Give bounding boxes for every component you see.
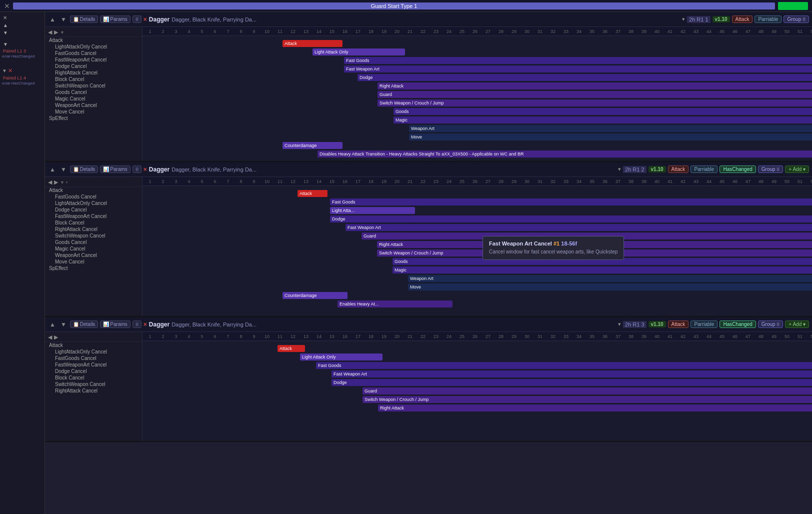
panel2-params-btn[interactable]: 📊 Params xyxy=(100,166,130,173)
panel3-close-btn[interactable]: × xyxy=(144,321,147,328)
panel3-group-btn[interactable]: Group ⁞⁞ xyxy=(758,320,784,328)
track-bar-3[interactable]: Dodge xyxy=(330,216,812,222)
track-bar-10[interactable]: Weapon Art xyxy=(409,125,812,132)
track-bar-2[interactable]: Fast Goods xyxy=(316,362,812,369)
track-bar-7[interactable]: Right Attack xyxy=(378,404,812,412)
sidebar-close-2[interactable]: ✕ xyxy=(8,68,12,74)
tree-item-4[interactable]: Dodge Cancel xyxy=(45,368,142,374)
track-bar-1[interactable]: Fast Goods xyxy=(330,198,812,206)
panel3-tracks[interactable]: AttackLight Attack OnlyFast GoodsFast We… xyxy=(142,341,812,441)
tree-item-0[interactable]: Attack xyxy=(45,187,142,194)
panel2-grid-btn[interactable]: ⁞⁞ xyxy=(132,166,142,173)
panel3-add-btn[interactable]: + Add ▾ xyxy=(785,320,809,328)
track-bar-12[interactable]: Counterdamage xyxy=(282,292,348,299)
panel2-desc-dropdown[interactable]: ▾ xyxy=(618,166,621,172)
tree-item-8[interactable]: Goods Cancel xyxy=(45,239,142,246)
tree-item-2[interactable]: FastGoods Cancel xyxy=(45,355,142,362)
tree-nav-left-2[interactable]: ◀ xyxy=(48,179,52,186)
tree-item-7[interactable]: SwitchWeapon Cancel xyxy=(45,232,142,239)
tree-item-6[interactable]: SwitchWeapon Cancel xyxy=(45,381,142,388)
sidebar-close[interactable]: ✕ xyxy=(0,14,44,22)
track-bar-13[interactable]: Enables Heavy At... xyxy=(338,300,452,308)
tree-item-8[interactable]: Goods Cancel xyxy=(45,89,142,96)
panel2-attack-btn[interactable]: Attack xyxy=(668,166,689,173)
track-bar-0[interactable]: Attack xyxy=(282,40,342,47)
tree-item-0[interactable]: Attack xyxy=(45,342,142,348)
track-bar-1[interactable]: Light Attack Only xyxy=(312,48,405,56)
menu-icon[interactable]: ✕ xyxy=(4,2,10,10)
panel2-tracks[interactable]: Fast Weapon Art Cancel #1 18-56f Cancel … xyxy=(142,186,812,316)
panel1-details-btn[interactable]: 📋 Details xyxy=(70,16,98,23)
panel2-nav-up[interactable]: ▲ xyxy=(48,166,57,174)
tree-nav-right-3[interactable]: ▶ xyxy=(54,334,58,340)
tree-nav-right[interactable]: ▶ xyxy=(54,29,58,36)
track-bar-6[interactable]: Switch Weapon / Crouch / Jump xyxy=(362,396,812,403)
panel2-haschanged-btn[interactable]: HasChanged xyxy=(720,166,756,173)
panel3-params-btn[interactable]: 📊 Params xyxy=(100,320,130,328)
tree-nav-left[interactable]: ◀ xyxy=(48,29,52,36)
track-bar-12[interactable]: Counterdamage xyxy=(282,142,342,149)
panel1-desc-dropdown[interactable]: ▾ xyxy=(682,16,685,22)
track-bar-5[interactable]: Guard xyxy=(362,388,812,394)
track-bar-3[interactable]: Fast Weapon Art xyxy=(344,66,812,72)
tree-item-5[interactable]: Block Cancel xyxy=(45,220,142,226)
tree-item-3[interactable]: FastWeaponArt Cancel xyxy=(45,362,142,368)
tree-item-2[interactable]: FastGoods Cancel xyxy=(45,50,142,56)
tree-item-3[interactable]: FastWeaponArt Cancel xyxy=(45,56,142,63)
tree-item-10[interactable]: WeaponArt Cancel xyxy=(45,102,142,108)
panel1-grid-btn[interactable]: ⁞⁞ xyxy=(132,16,142,23)
panel1-nav-up[interactable]: ▲ xyxy=(48,16,57,24)
tree-item-12[interactable]: SpEffect xyxy=(45,265,142,272)
tree-item-9[interactable]: Magic Cancel xyxy=(45,96,142,102)
tree-item-5[interactable]: RightAttack Cancel xyxy=(45,70,142,76)
panel2-group-btn[interactable]: Group ⁞⁞ xyxy=(758,166,784,173)
track-bar-3[interactable]: Fast Weapon Art xyxy=(332,370,812,378)
panel1-tracks[interactable]: AttackLight Attack OnlyFast GoodsFast We… xyxy=(142,36,812,161)
tree-item-1[interactable]: FastGoods Cancel xyxy=(45,194,142,200)
track-bar-0[interactable]: Attack xyxy=(298,190,328,197)
track-bar-1[interactable]: Light Attack Only xyxy=(300,354,382,360)
panel2-add-btn[interactable]: + Add ▾ xyxy=(785,166,809,173)
panel3-haschanged-btn[interactable]: HasChanged xyxy=(720,320,756,328)
tree-item-12[interactable]: SpEffect xyxy=(45,115,142,122)
sidebar-nav-up[interactable]: ▲ xyxy=(0,22,44,29)
sidebar-nav-down[interactable]: ▼ xyxy=(0,29,44,36)
panel1-close-btn[interactable]: × xyxy=(144,16,147,23)
panel3-attack-btn[interactable]: Attack xyxy=(668,320,689,328)
tree-item-11[interactable]: Move Cancel xyxy=(45,258,142,265)
track-bar-4[interactable]: Dodge xyxy=(358,74,812,81)
track-bar-2[interactable]: Fast Goods xyxy=(344,57,812,64)
tree-add-icon-2[interactable]: + xyxy=(66,180,68,185)
track-bar-6[interactable]: Guard xyxy=(378,91,812,98)
track-bar-4[interactable]: Dodge xyxy=(332,379,812,386)
tree-item-9[interactable]: Magic Cancel xyxy=(45,246,142,252)
track-bar-4[interactable]: Fast Weapon Art xyxy=(346,224,812,231)
track-bar-13[interactable]: Disables Heavy Attack Transition - Heavy… xyxy=(318,150,812,158)
panel3-details-btn[interactable]: 📋 Details xyxy=(70,320,98,328)
panel3-nav-up[interactable]: ▲ xyxy=(48,320,57,328)
tree-nav-right-2[interactable]: ▶ xyxy=(54,179,58,186)
tree-item-3[interactable]: Dodge Cancel xyxy=(45,206,142,213)
panel1-nav-down[interactable]: ▼ xyxy=(59,16,68,24)
tree-item-1[interactable]: LightAttackOnly Cancel xyxy=(45,348,142,355)
track-bar-9[interactable]: Magic xyxy=(392,266,812,274)
track-bar-10[interactable]: Weapon Art xyxy=(408,275,812,282)
tree-item-6[interactable]: Block Cancel xyxy=(45,76,142,82)
tree-item-5[interactable]: Block Cancel xyxy=(45,374,142,381)
track-bar-11[interactable]: Move xyxy=(408,284,812,290)
tree-item-1[interactable]: LightAttackOnly Cancel xyxy=(45,44,142,50)
sidebar-expand-1[interactable]: ▼ xyxy=(0,40,44,48)
track-bar-11[interactable]: Move xyxy=(409,134,812,140)
tree-item-4[interactable]: Dodge Cancel xyxy=(45,63,142,70)
panel1-params-btn[interactable]: 📊 Params xyxy=(100,16,130,23)
tree-nav-left-3[interactable]: ◀ xyxy=(48,334,52,340)
panel1-attack-btn[interactable]: Attack xyxy=(732,16,753,23)
panel3-desc-dropdown[interactable]: ▾ xyxy=(618,321,621,328)
panel2-nav-down[interactable]: ▼ xyxy=(59,166,68,174)
sidebar-expand-2[interactable]: ▼ xyxy=(2,68,7,74)
tree-item-10[interactable]: WeaponArt Cancel xyxy=(45,252,142,258)
tree-item-11[interactable]: Move Cancel xyxy=(45,108,142,115)
tree-item-4[interactable]: FastWeaponArt Cancel xyxy=(45,213,142,220)
panel1-group-btn[interactable]: Group ⁞⁞ xyxy=(784,16,809,23)
tree-item-7[interactable]: RightAttack Cancel xyxy=(45,388,142,394)
